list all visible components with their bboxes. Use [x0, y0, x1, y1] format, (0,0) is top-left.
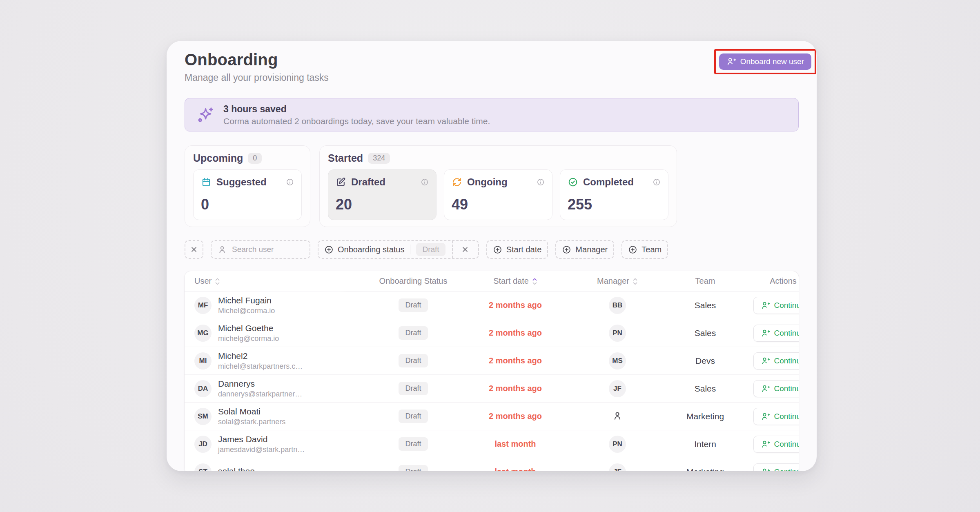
stats-section: Upcoming 0 Suggested 0 Started 324	[185, 145, 799, 227]
suggested-label: Suggested	[216, 176, 281, 188]
search-user-field[interactable]	[211, 240, 310, 259]
filter-bar: Onboarding status Draft Start date Manag…	[185, 240, 799, 259]
started-count-badge: 324	[368, 153, 390, 164]
manager-cell: PN	[609, 325, 626, 342]
actions-cell: Continue	[753, 325, 799, 342]
continue-button[interactable]: Continue	[753, 297, 799, 314]
column-manager[interactable]: Manager	[597, 276, 638, 286]
team-filter-chip[interactable]: Team	[621, 240, 668, 259]
suggested-card[interactable]: Suggested 0	[193, 169, 302, 220]
continue-button[interactable]: Continue	[753, 408, 799, 425]
status-filter-value: Draft	[416, 243, 445, 256]
manager-filter-chip[interactable]: Manager	[555, 240, 614, 259]
user-plus-icon	[761, 356, 770, 365]
person-icon	[612, 410, 623, 421]
refresh-icon	[452, 177, 462, 187]
manager-avatar: BB	[609, 297, 626, 314]
table-row: MG Michel Goethe michelg@corma.io Draft …	[185, 319, 799, 347]
edit-icon	[336, 177, 346, 187]
continue-button[interactable]: Continue	[753, 380, 799, 397]
table-row: MF Michel Fugain Michel@corma.io Draft 2…	[185, 292, 799, 319]
search-input[interactable]	[232, 245, 304, 254]
click-target-annotation: Onboard new user	[714, 49, 816, 74]
status-cell: Draft	[399, 465, 428, 471]
team-cell: Sales	[695, 328, 716, 338]
upcoming-label: Upcoming	[193, 152, 243, 164]
user-plus-icon	[761, 440, 770, 449]
column-start-date[interactable]: Start date	[493, 276, 537, 286]
info-icon[interactable]	[286, 178, 294, 186]
column-status-label: Onboarding Status	[379, 276, 448, 286]
divider	[452, 241, 453, 258]
remove-status-filter-button[interactable]	[458, 245, 472, 254]
actions-cell: Continue	[753, 463, 799, 472]
sort-icon	[215, 278, 220, 285]
info-icon[interactable]	[537, 178, 545, 186]
plus-circle-icon	[562, 245, 571, 254]
team-cell: Marketing	[686, 412, 724, 421]
table-row: DA Dannerys dannerys@starkpartner… Draft…	[185, 375, 799, 403]
user-plus-icon	[761, 467, 770, 472]
onboard-new-user-label: Onboard new user	[740, 57, 804, 66]
status-badge: Draft	[399, 437, 428, 451]
column-team[interactable]: Team	[695, 276, 715, 286]
table-body: MF Michel Fugain Michel@corma.io Draft 2…	[185, 292, 799, 471]
user-plus-icon	[761, 329, 770, 338]
clear-filters-button[interactable]	[185, 240, 203, 259]
user-cell: SM Solal Moati solal@stark.partners	[185, 407, 364, 426]
user-cell: DA Dannerys dannerys@starkpartner…	[185, 379, 364, 398]
status-filter-label: Onboarding status	[338, 245, 404, 254]
manager-cell: PN	[609, 436, 626, 453]
onboard-new-user-button[interactable]: Onboard new user	[719, 53, 811, 70]
continue-button[interactable]: Continue	[753, 352, 799, 370]
team-cell: Sales	[695, 301, 716, 310]
column-user[interactable]: User	[185, 276, 364, 286]
drafted-card[interactable]: Drafted 20	[328, 169, 437, 220]
info-icon[interactable]	[653, 178, 661, 186]
user-name: Michel Goethe	[218, 323, 279, 333]
user-name: solal theo	[218, 466, 255, 471]
check-circle-icon	[568, 177, 578, 187]
page-header: Onboarding Manage all your provisioning …	[185, 51, 799, 83]
actions-cell: Continue	[753, 436, 799, 453]
page-title: Onboarding	[185, 51, 799, 69]
ongoing-card[interactable]: Ongoing 49	[444, 169, 552, 220]
continue-label: Continue	[774, 356, 799, 365]
user-plus-icon	[761, 412, 770, 421]
completed-card[interactable]: Completed 255	[560, 169, 668, 220]
start-date-cell: 2 months ago	[489, 301, 542, 310]
table-row: MI Michel2 michel@starkpartners.c… Draft…	[185, 347, 799, 375]
column-start-date-label: Start date	[493, 276, 529, 286]
continue-label: Continue	[774, 384, 799, 393]
actions-cell: Continue	[753, 408, 799, 425]
team-cell: Marketing	[686, 467, 724, 472]
drafted-label: Drafted	[351, 176, 416, 188]
suggested-value: 0	[201, 196, 294, 213]
plus-circle-icon	[493, 245, 502, 254]
info-icon[interactable]	[421, 178, 429, 186]
user-name: Dannerys	[218, 379, 302, 389]
manager-avatar: JF	[609, 380, 626, 397]
plus-circle-icon	[324, 245, 334, 254]
start-date-filter-chip[interactable]: Start date	[486, 240, 548, 259]
onboarding-panel: Onboarding Manage all your provisioning …	[167, 41, 817, 471]
manager-avatar: JF	[609, 463, 626, 472]
status-cell: Draft	[399, 298, 428, 312]
column-team-label: Team	[695, 276, 715, 286]
status-cell: Draft	[399, 326, 428, 340]
status-badge: Draft	[399, 354, 428, 367]
column-onboarding-status[interactable]: Onboarding Status	[379, 276, 448, 286]
continue-button[interactable]: Continue	[753, 463, 799, 472]
avatar: DA	[194, 380, 212, 397]
team-filter-label: Team	[641, 245, 662, 254]
time-saved-banner: 3 hours saved Corma automated 2 onboardi…	[185, 98, 799, 131]
status-cell: Draft	[399, 382, 428, 395]
start-date-cell: 2 months ago	[489, 356, 542, 365]
page-subtitle: Manage all your provisioning tasks	[185, 72, 799, 83]
user-name: Michel Fugain	[218, 296, 275, 305]
manager-cell	[612, 410, 623, 423]
actions-cell: Continue	[753, 297, 799, 314]
continue-button[interactable]: Continue	[753, 325, 799, 342]
onboarding-status-filter-chip[interactable]: Onboarding status Draft	[318, 240, 479, 259]
continue-button[interactable]: Continue	[753, 436, 799, 453]
